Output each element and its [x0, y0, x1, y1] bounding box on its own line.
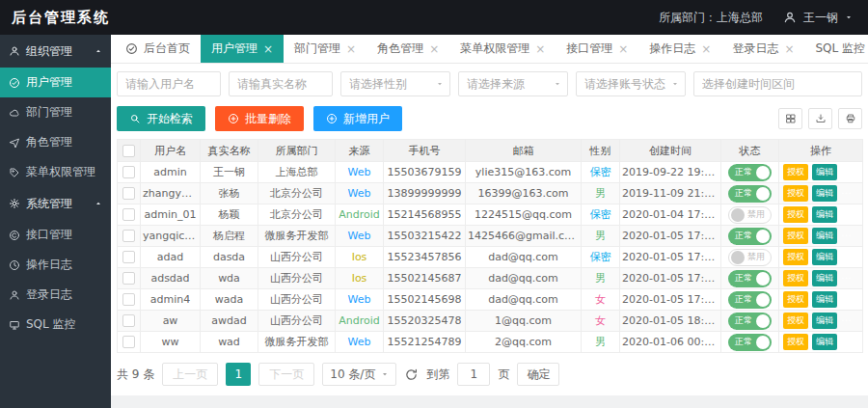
created-range-filter[interactable]: [693, 71, 862, 96]
sidebar-group-system-management[interactable]: 系统管理: [0, 187, 111, 220]
authorize-button[interactable]: 授权: [783, 185, 808, 202]
sidebar-item-menu-permission-management[interactable]: 菜单权限管理: [0, 157, 111, 187]
username-filter[interactable]: [117, 71, 221, 96]
edit-button[interactable]: 编辑: [812, 313, 837, 329]
next-page-button[interactable]: 下一页: [258, 363, 314, 386]
authorize-button[interactable]: 授权: [783, 164, 808, 180]
edit-button[interactable]: 编辑: [812, 164, 837, 180]
close-icon[interactable]: ×: [263, 43, 273, 55]
status-toggle[interactable]: 正常: [728, 164, 772, 181]
edit-button[interactable]: 编辑: [812, 270, 837, 286]
page-1-button[interactable]: 1: [226, 363, 251, 386]
cell-created: 2020-01-06 00:02:31: [620, 332, 721, 353]
row-checkbox[interactable]: [122, 251, 135, 263]
sidebar-item-role-management[interactable]: 角色管理: [0, 127, 111, 157]
print-icon: [845, 113, 856, 124]
row-checkbox[interactable]: [122, 208, 135, 221]
cell-email: 16399@163.com: [466, 183, 582, 204]
tab-role-management[interactable]: 角色管理×: [366, 35, 449, 63]
export-button[interactable]: [808, 108, 832, 129]
edit-button[interactable]: 编辑: [812, 249, 837, 265]
tab-label: 菜单权限管理: [460, 41, 529, 57]
tab-operation-log[interactable]: 操作日志×: [638, 35, 721, 63]
current-user-name[interactable]: 王一钢: [803, 10, 838, 26]
goto-confirm-button[interactable]: 确定: [517, 363, 559, 386]
status-toggle[interactable]: 正常: [728, 291, 772, 309]
close-icon[interactable]: ×: [784, 43, 794, 55]
authorize-button[interactable]: 授权: [783, 334, 808, 350]
tab-api-management[interactable]: 接口管理×: [556, 35, 638, 63]
row-checkbox[interactable]: [122, 336, 135, 348]
tab-sql-monitor[interactable]: SQL 监控×: [804, 35, 868, 63]
prev-page-button[interactable]: 上一页: [162, 363, 218, 386]
tab-home[interactable]: 后台首页: [115, 35, 201, 63]
select-all-checkbox[interactable]: [122, 145, 135, 157]
cell-phone: 15523457856: [384, 247, 466, 268]
chevron-down-icon[interactable]: [845, 14, 853, 21]
checkbox-cell: [118, 162, 141, 183]
row-checkbox[interactable]: [122, 272, 135, 285]
account-status-filter[interactable]: 请选择账号状态: [576, 71, 686, 96]
checkbox-cell: [118, 204, 141, 226]
status-toggle[interactable]: 正常: [728, 334, 772, 351]
close-icon[interactable]: ×: [618, 43, 628, 55]
row-checkbox[interactable]: [122, 293, 135, 306]
column-header: 手机号: [384, 140, 466, 162]
close-icon[interactable]: ×: [701, 43, 711, 55]
batch-delete-button[interactable]: 批量删除: [215, 106, 304, 131]
row-checkbox[interactable]: [122, 314, 135, 327]
filter-columns-button[interactable]: [778, 108, 802, 129]
authorize-button[interactable]: 授权: [783, 270, 808, 286]
realname-filter[interactable]: [229, 71, 333, 96]
cell-source: Web: [336, 183, 384, 204]
authorize-button[interactable]: 授权: [783, 249, 808, 265]
cell-email: dad@qq.com: [466, 268, 582, 289]
sidebar-item-api-management[interactable]: 接口管理: [0, 220, 111, 250]
tab-login-log[interactable]: 登录日志×: [721, 35, 804, 63]
edit-button[interactable]: 编辑: [812, 334, 837, 350]
status-toggle[interactable]: 禁用: [728, 206, 772, 224]
tab-label: 接口管理: [566, 41, 612, 57]
sidebar-item-department-management[interactable]: 部门管理: [0, 97, 111, 127]
authorize-button[interactable]: 授权: [783, 228, 808, 244]
sidebar-item-login-log[interactable]: 登录日志: [0, 280, 111, 310]
status-toggle[interactable]: 正常: [728, 270, 772, 287]
edit-button[interactable]: 编辑: [812, 185, 837, 202]
department-info: 所属部门：上海总部: [659, 10, 763, 26]
sidebar-item-sql-monitor[interactable]: SQL 监控: [0, 310, 111, 340]
authorize-button[interactable]: 授权: [783, 291, 808, 308]
authorize-button[interactable]: 授权: [783, 313, 808, 329]
edit-button[interactable]: 编辑: [812, 206, 837, 223]
close-icon[interactable]: ×: [429, 43, 439, 55]
edit-button[interactable]: 编辑: [812, 291, 837, 308]
page-size-select[interactable]: 10 条/页: [322, 363, 396, 386]
print-button[interactable]: [838, 108, 862, 129]
row-checkbox[interactable]: [122, 166, 135, 178]
refresh-icon[interactable]: [404, 367, 419, 382]
close-icon[interactable]: ×: [346, 43, 356, 55]
status-toggle[interactable]: 禁用: [728, 249, 772, 266]
goto-page-input[interactable]: [457, 363, 490, 386]
edit-button[interactable]: 编辑: [812, 228, 837, 244]
checkbox-cell: [118, 247, 141, 268]
close-icon[interactable]: ×: [535, 43, 545, 55]
table-row: admin4wada山西分公司Web15502145698dad@qq.com女…: [118, 289, 863, 311]
tab-menu-permission-management[interactable]: 菜单权限管理×: [449, 35, 556, 63]
search-button[interactable]: 开始检索: [117, 106, 205, 131]
row-checkbox[interactable]: [122, 230, 135, 242]
sidebar-group-organization-management[interactable]: 组织管理: [0, 35, 111, 68]
status-toggle[interactable]: 正常: [728, 313, 772, 330]
status-toggle[interactable]: 正常: [728, 228, 772, 245]
source-filter[interactable]: 请选择来源: [458, 71, 568, 96]
add-user-button[interactable]: 新增用户: [313, 106, 402, 131]
sidebar-item-user-management[interactable]: 用户管理: [0, 68, 111, 97]
cell-source: Ios: [336, 247, 384, 268]
authorize-button[interactable]: 授权: [783, 206, 808, 223]
tab-user-management[interactable]: 用户管理×: [201, 35, 284, 63]
gender-filter[interactable]: 请选择性别: [340, 71, 450, 96]
sidebar-item-operation-log[interactable]: 操作日志: [0, 250, 111, 280]
tab-department-management[interactable]: 部门管理×: [284, 35, 366, 63]
caret-up-icon: [95, 200, 102, 207]
status-toggle[interactable]: 正常: [728, 185, 772, 203]
row-checkbox[interactable]: [122, 187, 135, 200]
